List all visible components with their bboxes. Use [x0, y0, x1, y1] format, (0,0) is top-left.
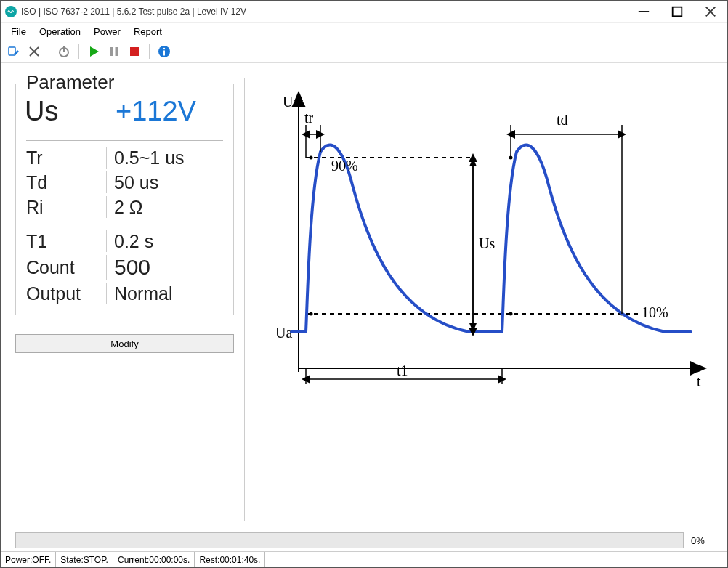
menu-power[interactable]: Power: [88, 25, 126, 38]
svg-rect-15: [163, 50, 165, 55]
y-axis-label: U: [283, 94, 294, 110]
parameter-group: Parameter Us +112V Tr 0.5~1 us Td 50 us …: [15, 84, 234, 315]
close-button[interactable]: [694, 1, 727, 23]
param-value: 0.2 s: [106, 230, 153, 252]
play-button[interactable]: [85, 43, 102, 60]
param-label: Ri: [26, 197, 106, 218]
svg-point-14: [163, 47, 165, 49]
svg-marker-18: [294, 91, 303, 101]
svg-marker-35: [469, 158, 477, 166]
param-value: 500: [106, 255, 150, 280]
us-value: +112V: [105, 96, 196, 127]
edit-button[interactable]: [5, 43, 23, 60]
chart-panel: U t Ua tr td: [255, 78, 720, 521]
maximize-button[interactable]: [660, 1, 694, 23]
menu-file[interactable]: File: [5, 25, 32, 38]
param-divider: [26, 224, 223, 224]
param-label: Output: [26, 283, 106, 304]
param-label: Td: [26, 172, 106, 193]
param-label: Tr: [26, 147, 106, 169]
svg-rect-11: [116, 47, 118, 56]
svg-point-22: [310, 156, 313, 160]
param-label: T1: [26, 231, 106, 252]
param-row-t1: T1 0.2 s: [16, 229, 233, 253]
vertical-divider: [244, 78, 245, 521]
waveform-chart: U t Ua tr td: [262, 85, 713, 405]
svg-marker-9: [90, 46, 99, 57]
menu-report[interactable]: Report: [128, 25, 168, 38]
param-label: Count: [26, 257, 106, 278]
stop-button[interactable]: [126, 43, 143, 60]
status-state: State:STOP.: [56, 552, 113, 567]
status-power: Power:OFF.: [1, 552, 56, 567]
svg-rect-10: [110, 47, 113, 56]
pct10-label: 10%: [642, 304, 668, 320]
us-label: Us: [25, 96, 105, 127]
param-row-count: Count 500: [16, 253, 233, 281]
pause-button[interactable]: [105, 43, 123, 60]
status-rest: Rest:00:01:40s.: [195, 552, 265, 567]
window-title: ISO | ISO 7637-2 2011 | 5.6.2 Test pulse…: [21, 7, 627, 17]
progress-percent: 0%: [691, 535, 720, 546]
param-row-tr: Tr 0.5~1 us: [16, 145, 233, 170]
param-row-output: Output Normal: [16, 281, 233, 306]
info-button[interactable]: [155, 43, 173, 60]
menubar: File Operation Power Report: [1, 23, 727, 40]
svg-point-23: [310, 312, 313, 316]
param-value: 50 us: [106, 171, 158, 193]
svg-rect-1: [673, 7, 682, 16]
param-value: Normal: [106, 283, 173, 304]
tr-label: tr: [304, 110, 314, 126]
progress-row: 0%: [1, 528, 727, 551]
t1-label: t1: [397, 362, 408, 378]
menu-operation[interactable]: Operation: [33, 25, 86, 38]
svg-rect-12: [130, 47, 139, 56]
power-button[interactable]: [55, 43, 73, 60]
param-value: 0.5~1 us: [106, 147, 185, 169]
cancel-button[interactable]: [25, 43, 43, 60]
toolbar-sep: [49, 44, 49, 59]
titlebar: ISO | ISO 7637-2 2011 | 5.6.2 Test pulse…: [1, 1, 727, 23]
svg-marker-19: [697, 364, 707, 373]
toolbar-sep: [78, 44, 79, 59]
minimize-button[interactable]: [627, 1, 660, 23]
param-row-ri: Ri 2 Ω: [16, 195, 233, 219]
td-label: td: [557, 112, 568, 128]
app-icon: [5, 6, 17, 17]
x-axis-label: t: [697, 373, 701, 389]
toolbar: [1, 40, 727, 63]
ua-label: Ua: [275, 325, 292, 341]
content-area: Parameter Us +112V Tr 0.5~1 us Td 50 us …: [1, 63, 727, 528]
modify-button[interactable]: Modify: [15, 334, 234, 353]
param-value: 2 Ω: [106, 196, 143, 218]
param-divider: [26, 140, 223, 141]
svg-point-25: [509, 312, 513, 316]
status-current: Current:00:00:00s.: [113, 552, 195, 567]
toolbar-sep: [149, 44, 150, 59]
progress-bar: [15, 532, 684, 548]
pct90-label: 90%: [331, 158, 358, 174]
parameter-legend: Parameter: [23, 71, 117, 94]
param-row-td: Td 50 us: [16, 170, 233, 195]
parameter-panel: Parameter Us +112V Tr 0.5~1 us Td 50 us …: [15, 78, 234, 521]
us-arrow-label: Us: [479, 235, 495, 251]
statusbar: Power:OFF. State:STOP. Current:00:00:00s…: [1, 551, 727, 567]
us-row: Us +112V: [16, 92, 233, 136]
